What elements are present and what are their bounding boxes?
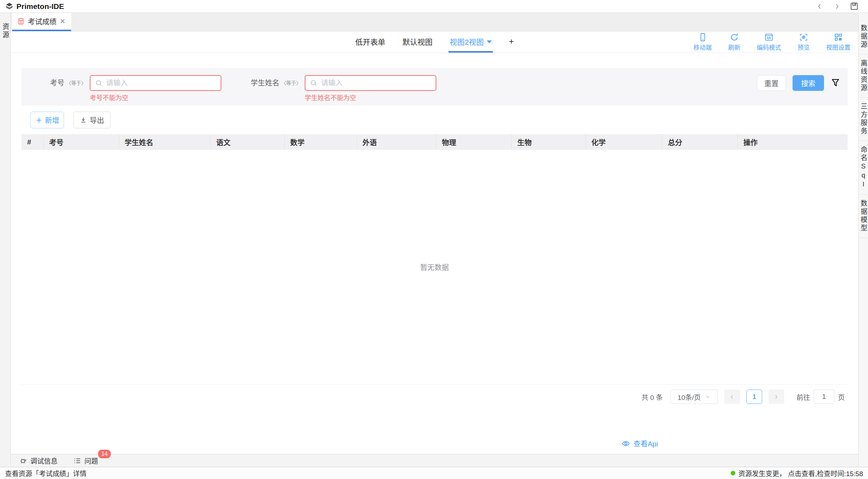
add-button[interactable]: 新增 bbox=[30, 112, 64, 128]
history-back-icon[interactable] bbox=[815, 2, 824, 11]
sidebar-item-named-sql[interactable]: 命名Sql bbox=[859, 141, 868, 195]
view-api-label: 查看Api bbox=[633, 438, 658, 449]
problems-count-badge: 14 bbox=[98, 450, 111, 458]
goto-label: 前往 bbox=[796, 392, 810, 402]
filter-funnel-icon[interactable] bbox=[830, 78, 840, 88]
refresh-button[interactable]: 刷新 bbox=[728, 33, 740, 52]
chevron-down-icon bbox=[705, 394, 711, 400]
col-actions: 操作 bbox=[737, 134, 848, 150]
view-settings-label: 视图设置 bbox=[826, 43, 850, 52]
document-tab-bar: 考试成绩 ✕ bbox=[11, 13, 858, 31]
pagination: 共 0 条 10条/页 1 bbox=[21, 390, 848, 404]
refresh-icon bbox=[730, 33, 739, 42]
exam-no-field: 考号 〈等于〉 bbox=[50, 75, 221, 102]
view-settings-button[interactable]: 视图设置 bbox=[826, 33, 850, 52]
form-doc-icon bbox=[17, 18, 25, 25]
mobile-view-label: 移动端 bbox=[693, 43, 712, 52]
exam-no-operator: 〈等于〉 bbox=[66, 75, 86, 91]
debug-info-tab[interactable]: 调试信息 bbox=[19, 456, 58, 465]
mobile-view-button[interactable]: 移动端 bbox=[693, 33, 712, 52]
plus-icon: + bbox=[509, 36, 514, 47]
sidebar-item-offline-resources[interactable]: 离线资源 bbox=[859, 54, 868, 98]
bug-icon bbox=[19, 457, 27, 465]
close-tab-icon[interactable]: ✕ bbox=[60, 17, 65, 25]
exam-no-input-box bbox=[90, 75, 221, 91]
exam-no-label: 考号 bbox=[50, 75, 64, 91]
export-button[interactable]: 导出 bbox=[73, 112, 111, 128]
chevron-down-icon[interactable] bbox=[487, 40, 492, 43]
student-name-error: 学生姓名不能为空 bbox=[305, 93, 436, 102]
save-icon[interactable] bbox=[849, 2, 859, 11]
exam-no-error: 考号不能为空 bbox=[90, 93, 221, 102]
col-chemistry: 化学 bbox=[585, 134, 662, 150]
data-table: # 考号 学生姓名 语文 数学 外语 物理 生物 化学 总分 bbox=[21, 134, 848, 385]
search-icon bbox=[310, 79, 318, 87]
student-name-label: 学生姓名 bbox=[251, 75, 279, 91]
doc-tab-exam-scores[interactable]: 考试成绩 ✕ bbox=[12, 13, 71, 31]
page-unit-label: 页 bbox=[838, 392, 845, 402]
student-name-field: 学生姓名 〈等于〉 bbox=[251, 75, 436, 102]
col-student-name: 学生姓名 bbox=[119, 134, 210, 150]
view-tab-label: 默认视图 bbox=[402, 36, 432, 47]
left-sidebar: 资源 bbox=[0, 13, 11, 467]
col-index: # bbox=[21, 134, 43, 150]
title-bar: Primeton-IDE bbox=[0, 0, 868, 13]
history-forward-icon[interactable] bbox=[832, 2, 842, 11]
search-icon bbox=[95, 79, 103, 87]
status-green-dot bbox=[731, 471, 735, 475]
view-tab-default-view[interactable]: 默认视图 bbox=[401, 31, 433, 53]
student-name-input-box bbox=[305, 75, 436, 91]
page-number-1[interactable]: 1 bbox=[746, 390, 762, 404]
col-total-score: 总分 bbox=[662, 134, 737, 150]
problems-label: 问题 bbox=[84, 456, 98, 465]
col-math: 数学 bbox=[284, 134, 357, 150]
table-empty-state: 暂无数据 bbox=[21, 150, 848, 385]
problems-tab[interactable]: 问题 14 bbox=[73, 456, 98, 465]
exam-no-input[interactable] bbox=[106, 79, 216, 87]
goto-page-input[interactable] bbox=[814, 390, 834, 404]
next-page-button[interactable] bbox=[769, 390, 784, 404]
search-panel: 考号 〈等于〉 bbox=[21, 68, 848, 106]
app-window: Primeton-IDE 资源 bbox=[0, 0, 868, 479]
add-button-label: 新增 bbox=[45, 115, 59, 125]
col-exam-no: 考号 bbox=[43, 134, 119, 150]
page-size-value: 10条/页 bbox=[678, 392, 701, 402]
app-logo-icon bbox=[5, 2, 14, 11]
right-sidebar: 数据源 离线资源 三方服务 命名Sql 数据模型 bbox=[858, 13, 868, 467]
preview-eye-icon bbox=[799, 33, 808, 42]
page-size-select[interactable]: 10条/页 bbox=[671, 390, 718, 404]
preview-button[interactable]: 预览 bbox=[798, 33, 810, 52]
reset-button[interactable]: 重置 bbox=[757, 75, 786, 91]
sidebar-item-datasource[interactable]: 数据源 bbox=[859, 19, 868, 54]
app-title: Primeton-IDE bbox=[16, 2, 64, 11]
code-window-icon bbox=[764, 33, 774, 42]
view-api-link[interactable]: 查看Api bbox=[622, 438, 658, 449]
prev-page-button[interactable] bbox=[724, 390, 740, 404]
student-name-operator: 〈等于〉 bbox=[281, 75, 301, 91]
status-right[interactable]: 资源发生变更， 点击查看,检查时间:15:58 bbox=[731, 468, 863, 478]
student-name-input[interactable] bbox=[321, 79, 431, 87]
status-left-text[interactable]: 查看资源「考试成绩」详情 bbox=[5, 468, 87, 478]
preview-label: 预览 bbox=[798, 43, 810, 52]
add-view-tab-button[interactable]: + bbox=[508, 31, 515, 53]
download-icon bbox=[80, 117, 87, 124]
list-icon bbox=[73, 457, 81, 465]
form-content: 考号 〈等于〉 bbox=[11, 53, 858, 454]
table-action-row: 新增 导出 bbox=[21, 112, 848, 128]
mobile-phone-icon bbox=[698, 33, 707, 42]
empty-text: 暂无数据 bbox=[420, 262, 449, 272]
code-mode-button[interactable]: 编码模式 bbox=[757, 33, 781, 52]
col-foreign-language: 外语 bbox=[357, 134, 436, 150]
sidebar-item-thirdparty-services[interactable]: 三方服务 bbox=[859, 98, 868, 141]
view-tab-view2[interactable]: 视图2视图 bbox=[448, 31, 493, 53]
table-header-row: # 考号 学生姓名 语文 数学 外语 物理 生物 化学 总分 bbox=[21, 134, 848, 150]
search-button[interactable]: 搜索 bbox=[793, 75, 824, 91]
view-tab-lowcode-form[interactable]: 低开表单 bbox=[354, 31, 386, 53]
col-biology: 生物 bbox=[511, 134, 585, 150]
sidebar-item-resources[interactable]: 资源 bbox=[0, 18, 10, 44]
eye-icon bbox=[622, 439, 630, 448]
sidebar-item-data-model[interactable]: 数据模型 bbox=[859, 195, 868, 238]
editor-toolbar: 移动端 刷新 bbox=[693, 31, 850, 53]
debug-info-label: 调试信息 bbox=[30, 456, 58, 465]
col-physics: 物理 bbox=[436, 134, 511, 150]
